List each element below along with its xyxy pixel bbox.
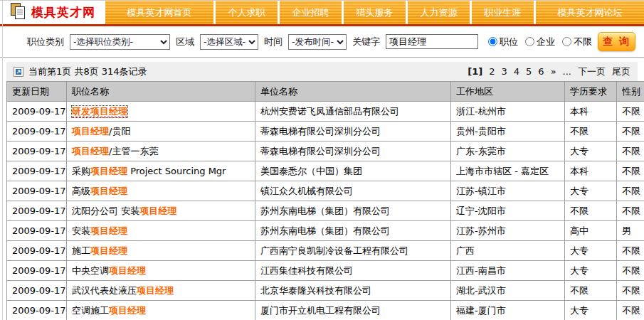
cell-job-title: 项目经理/主管一东莞	[67, 142, 255, 161]
pagination: [1]23456»...下一页尾页	[468, 65, 630, 78]
job-title-link[interactable]: 空调施工项目经理	[72, 305, 146, 316]
job-title-link[interactable]: 中央空调项目经理	[72, 265, 146, 276]
page-link[interactable]: »	[551, 66, 556, 77]
cell-gender: 不限	[617, 261, 644, 281]
search-scope-radios: 职位企业不限	[488, 36, 592, 48]
job-title-link[interactable]: 研发项目经理	[72, 106, 127, 117]
cell-company: 镇江众久机械有限公司	[255, 181, 451, 201]
table-row: 2009-09-17 研发项目经理 杭州安费诺飞凤通信部品有限公司 浙江-杭州市…	[7, 102, 644, 122]
cell-job-title: 研发项目经理	[67, 102, 255, 122]
cell-job-title: 沈阳分公司 安装项目经理	[67, 201, 255, 221]
column-header-date: 更新日期	[7, 82, 67, 102]
job-title-link[interactable]: 安装项目经理	[72, 225, 127, 236]
job-table-body: 2009-09-17 研发项目经理 杭州安费诺飞凤通信部品有限公司 浙江-杭州市…	[7, 102, 644, 320]
documents-icon	[10, 2, 27, 23]
radio-option[interactable]: 企业	[525, 36, 555, 48]
cell-gender: 不限	[617, 102, 644, 122]
keyword-label: 关键字	[352, 36, 380, 48]
nav-tab[interactable]: 企业招聘	[280, 1, 342, 24]
job-title-link[interactable]: 采购项目经理 Project Sourcing Mgr	[72, 166, 226, 176]
page-link[interactable]: 5	[526, 66, 532, 77]
cell-gender: 不限	[617, 122, 644, 142]
page-link[interactable]: 尾页	[612, 65, 630, 78]
cell-company: 美国泰悉尔（中国）集团	[255, 161, 451, 181]
cell-region: 湖北-武汉市	[451, 281, 565, 301]
cell-update-date: 2009-09-17	[7, 122, 67, 142]
cell-job-title: 武汉代表处液压项目经理	[67, 281, 255, 301]
cell-company: 苏州东南电梯（集团）有限公司	[255, 201, 451, 221]
table-row: 2009-09-17 施工项目经理 广西南宁良凯制冷设备工程有限公司 广西 大专…	[7, 241, 644, 261]
cell-job-title: 空调施工项目经理	[67, 301, 255, 320]
table-row: 2009-09-17 中央空调项目经理 江西集佳科技有限公司 江西-南昌市 大专…	[7, 261, 644, 281]
job-title-link[interactable]: 施工项目经理	[72, 245, 127, 256]
category-select[interactable]: -选择职位类别-	[70, 34, 170, 50]
cell-region: 贵州-贵阳市	[451, 122, 565, 142]
cell-region: 江苏-镇江市	[451, 181, 565, 201]
cell-job-title: 安装项目经理	[67, 221, 255, 241]
page-link[interactable]: 6	[538, 66, 544, 77]
radio-input[interactable]	[525, 37, 534, 46]
cell-update-date: 2009-09-17	[7, 201, 67, 221]
column-header-company: 单位名称	[255, 82, 451, 102]
record-summary: 当前第1页 共8页 314条记录	[28, 65, 147, 78]
cell-gender: 不限	[617, 281, 644, 301]
job-title-link[interactable]: 武汉代表处液压项目经理	[72, 285, 174, 296]
cell-job-title: 施工项目经理	[67, 241, 255, 261]
main-nav: 模具英才网首页个人求职企业招聘猎头服务人力资源职业生涯模具英才网论坛	[105, 1, 644, 24]
table-row: 2009-09-17 安装项目经理 苏州东南电梯（集团）有限公司 江苏-苏州市 …	[7, 221, 644, 241]
column-header-title: 职位名称	[67, 82, 255, 102]
cell-education: 大专	[565, 142, 617, 161]
table-row: 2009-09-17 空调施工项目经理 厦门市开立机电工程有限公司 福建-厦门市…	[7, 301, 644, 320]
cell-update-date: 2009-09-17	[7, 221, 67, 241]
nav-tab[interactable]: 模具英才网论坛	[536, 1, 644, 24]
job-title-link[interactable]: 高级项目经理	[72, 186, 127, 196]
table-row: 2009-09-17 项目经理/主管一东莞 蒂森电梯有限公司深圳分公司 广东-东…	[7, 142, 644, 161]
cell-update-date: 2009-09-17	[7, 241, 67, 261]
nav-tab[interactable]: 猎头服务	[344, 1, 406, 24]
cell-company: 厦门市开立机电工程有限公司	[255, 301, 451, 320]
cell-region: 福建-厦门市	[451, 301, 565, 320]
page-link[interactable]: ...	[563, 66, 571, 77]
cell-company: 广西南宁良凯制冷设备工程有限公司	[255, 241, 451, 261]
nav-tab[interactable]: 个人求职	[216, 1, 278, 24]
column-header-gender: 性别	[617, 82, 644, 102]
radio-label: 企业	[537, 36, 555, 48]
search-bar: 职位类别 -选择职位类别- 区域 -选择区域- 时间 -发布时间- 关键字 职位…	[0, 26, 644, 58]
cell-gender: 不限	[617, 301, 644, 320]
column-header-region: 工作地区	[451, 82, 565, 102]
cell-update-date: 2009-09-17	[7, 261, 67, 281]
cell-region: 江苏-苏州市	[451, 221, 565, 241]
nav-tab[interactable]: 人力资源	[408, 1, 470, 24]
cell-education: 大专	[565, 301, 617, 320]
cell-update-date: 2009-09-17	[7, 181, 67, 201]
region-select[interactable]: -选择区域-	[200, 34, 258, 50]
radio-input[interactable]	[488, 37, 497, 46]
page-link[interactable]: 4	[514, 66, 519, 77]
time-select[interactable]: -发布时间-	[288, 34, 347, 50]
region-label: 区域	[176, 36, 194, 48]
cell-update-date: 2009-09-17	[7, 301, 67, 320]
search-button[interactable]: 查 询	[598, 32, 635, 51]
cell-education: 本科	[565, 102, 617, 122]
table-row: 2009-09-17 武汉代表处液压项目经理 北京华泰隆兴科技有限公司 湖北-武…	[7, 281, 644, 301]
radio-option[interactable]: 不限	[562, 36, 592, 48]
cell-region: 上海市市辖区 - 嘉定区	[451, 161, 565, 181]
job-title-link[interactable]: 项目经理/主管一东莞	[72, 146, 158, 156]
table-header-row: 更新日期 职位名称 单位名称 工作地区 学历要求 性别	[7, 82, 644, 102]
table-row: 2009-09-17 项目经理/贵阳 蒂森电梯有限公司深圳分公司 贵州-贵阳市 …	[7, 122, 644, 142]
radio-input[interactable]	[562, 37, 571, 46]
job-title-link[interactable]: 沈阳分公司 安装项目经理	[72, 206, 176, 216]
radio-option[interactable]: 职位	[488, 36, 518, 48]
page-link[interactable]: 2	[489, 66, 495, 77]
nav-tab[interactable]: 模具英才网首页	[105, 1, 213, 24]
nav-tab[interactable]: 职业生涯	[472, 1, 534, 24]
cell-region: 浙江-杭州市	[451, 102, 565, 122]
page-link[interactable]: 下一页	[578, 65, 606, 78]
cell-education: 高中	[565, 221, 617, 241]
cell-region: 江西-南昌市	[451, 261, 565, 281]
keyword-input[interactable]	[386, 34, 478, 49]
site-logo[interactable]: 模具英才网	[0, 1, 105, 24]
job-title-link[interactable]: 项目经理/贵阳	[72, 126, 130, 137]
page-link[interactable]: 3	[502, 66, 507, 77]
cell-job-title: 项目经理/贵阳	[67, 122, 255, 142]
